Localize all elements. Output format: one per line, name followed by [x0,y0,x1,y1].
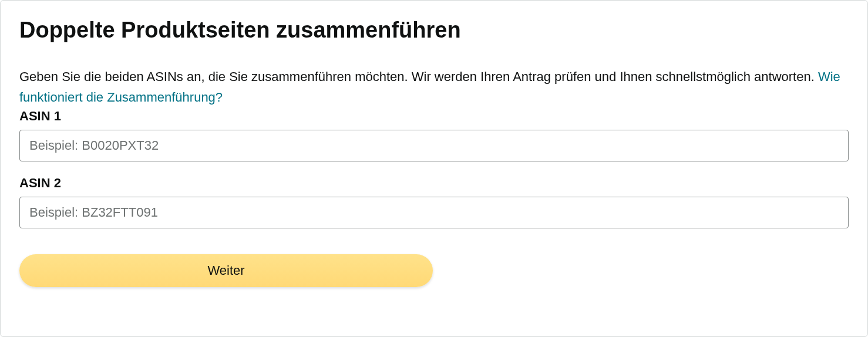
asin1-input[interactable] [19,130,849,161]
intro-paragraph: Geben Sie die beiden ASINs an, die Sie z… [19,66,849,107]
page-title: Doppelte Produktseiten zusammenführen [19,17,849,44]
asin1-group: ASIN 1 [19,109,849,161]
asin2-input[interactable] [19,197,849,228]
continue-button[interactable]: Weiter [19,254,433,287]
submit-row: Weiter [19,254,849,287]
asin2-group: ASIN 2 [19,176,849,228]
merge-card: Doppelte Produktseiten zusammenführen Ge… [0,0,868,337]
asin1-label: ASIN 1 [19,109,849,124]
intro-text: Geben Sie die beiden ASINs an, die Sie z… [19,69,818,84]
asin2-label: ASIN 2 [19,176,849,191]
